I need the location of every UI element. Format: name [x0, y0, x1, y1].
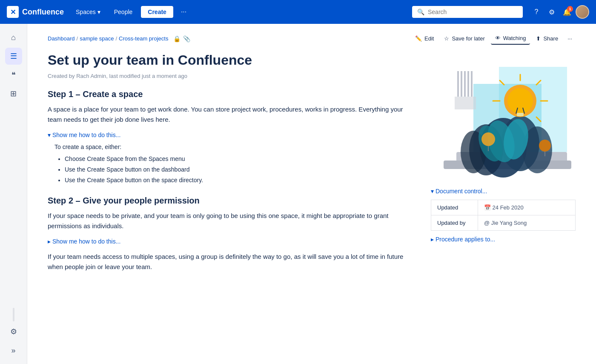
- table-row: Updated 📅 24 Feb 2020: [431, 200, 576, 215]
- notifications-button[interactable]: 🔔 1: [560, 5, 574, 19]
- create-button[interactable]: Create: [141, 6, 173, 18]
- list-item: Choose Create Space from the Spaces menu: [65, 154, 414, 164]
- doc-control-value-updated: 📅 24 Feb 2020: [478, 200, 576, 215]
- expand-step2[interactable]: ▸ Show me how to do this...: [48, 238, 414, 245]
- expand-intro-1: To create a space, either:: [54, 143, 414, 150]
- notification-badge: 1: [567, 6, 573, 12]
- search-input[interactable]: [428, 9, 518, 15]
- bottom-text: If your team needs access to multiple sp…: [48, 252, 414, 272]
- star-icon: ☆: [444, 35, 449, 42]
- breadcrumb-sample-space[interactable]: sample space: [80, 35, 114, 42]
- svg-rect-30: [467, 71, 469, 97]
- breadcrumb-icon-group: 🔒 📎: [173, 35, 190, 42]
- more-nav-button[interactable]: ···: [177, 6, 191, 18]
- svg-rect-32: [455, 97, 476, 109]
- breadcrumb-cross-team[interactable]: Cross-team projects: [119, 35, 168, 42]
- sidebar-expand-button[interactable]: »: [5, 342, 22, 359]
- section-heading-2: Step 2 – Give your people permission: [48, 196, 414, 206]
- section-heading-1: Step 1 – Create a space: [48, 89, 414, 99]
- nav-icon-group: ? ⚙ 🔔 1: [530, 5, 589, 19]
- paperclip-icon: 📎: [183, 35, 190, 42]
- page-title: Set up your team in Confluence: [48, 52, 414, 69]
- left-sidebar: ⌂ ☰ ❝ ⊞ ⚙ »: [0, 24, 27, 364]
- page-content: Dashboard / sample space / Cross-team pr…: [27, 24, 596, 364]
- page-main: Set up your team in Confluence Created b…: [48, 52, 414, 279]
- table-row: Updated by @ Jie Yang Song: [431, 215, 576, 231]
- bullet-list-1: Choose Create Space from the Spaces menu…: [54, 154, 414, 186]
- doc-control-label-updated: Updated: [431, 200, 478, 215]
- chevron-down-icon: ▾: [97, 9, 100, 15]
- edit-icon: ✏️: [415, 35, 422, 42]
- page-meta: Created by Rach Admin, last modified jus…: [48, 73, 414, 79]
- svg-point-23: [481, 132, 495, 146]
- svg-rect-22: [517, 113, 524, 116]
- search-icon: 🔍: [417, 9, 424, 15]
- document-control: ▾ Document control... Updated 📅 24 Feb 2…: [431, 188, 576, 243]
- sidebar-document-button[interactable]: ☰: [5, 48, 22, 65]
- expand-content-step1: To create a space, either: Choose Create…: [48, 143, 414, 186]
- logo-text: Confluence: [22, 8, 64, 17]
- help-icon: ?: [535, 8, 539, 16]
- expand-step1[interactable]: ▾ Show me how to do this...: [48, 132, 414, 138]
- svg-point-13: [507, 88, 533, 114]
- illustration: [431, 58, 576, 178]
- svg-rect-28: [461, 71, 462, 97]
- settings-button[interactable]: ⚙: [545, 5, 559, 19]
- edit-button[interactable]: ✏️ Edit: [411, 33, 438, 44]
- spaces-menu-button[interactable]: Spaces ▾: [71, 6, 106, 18]
- sidebar-home-button[interactable]: ⌂: [5, 29, 22, 46]
- sidebar-settings-button[interactable]: ⚙: [5, 323, 22, 340]
- confluence-logo[interactable]: ✕ Confluence: [7, 6, 64, 18]
- page-sidebar: ▾ Document control... Updated 📅 24 Feb 2…: [431, 52, 576, 279]
- chevron-right-icon: ▸: [48, 238, 51, 245]
- watching-button[interactable]: 👁 Watching: [491, 32, 530, 45]
- sidebar-tree-button[interactable]: ⊞: [5, 85, 22, 102]
- page-actions: ✏️ Edit ☆ Save for later 👁 Watching ⬆ Sh…: [411, 32, 576, 45]
- main-layout: ⌂ ☰ ❝ ⊞ ⚙ » Dashboard / sample space / C…: [0, 24, 596, 364]
- lock-icon: 🔒: [173, 35, 181, 42]
- settings-icon: ⚙: [549, 8, 555, 16]
- chevron-down-icon: ▾: [48, 132, 51, 138]
- breadcrumb-bar: Dashboard / sample space / Cross-team pr…: [27, 24, 596, 45]
- doc-control-label-updatedby: Updated by: [431, 215, 478, 231]
- sidebar-quote-button[interactable]: ❝: [5, 66, 22, 83]
- save-for-later-button[interactable]: ☆ Save for later: [440, 33, 489, 44]
- document-control-table: Updated 📅 24 Feb 2020 Updated by @ Jie Y…: [431, 200, 576, 231]
- list-item: Use the Create Space button on the space…: [65, 175, 414, 186]
- chevron-down-icon: ▾: [431, 188, 434, 195]
- share-button[interactable]: ⬆ Share: [532, 33, 562, 44]
- logo-icon: ✕: [7, 6, 19, 18]
- svg-rect-31: [471, 71, 473, 97]
- page-more-button[interactable]: ···: [564, 33, 576, 44]
- search-bar[interactable]: 🔍: [412, 6, 523, 18]
- help-button[interactable]: ?: [530, 5, 543, 19]
- list-item: Use the Create Space button on the dashb…: [65, 164, 414, 175]
- sidebar-resize-handle[interactable]: [13, 308, 14, 321]
- procedure-applies-link[interactable]: ▸ Procedure applies to...: [431, 236, 576, 243]
- breadcrumb-dashboard[interactable]: Dashboard: [48, 35, 75, 42]
- people-nav-button[interactable]: People: [109, 6, 138, 18]
- section-text-2: If your space needs to be private, and y…: [48, 211, 414, 231]
- doc-control-value-updatedby: @ Jie Yang Song: [478, 215, 576, 231]
- share-icon: ⬆: [536, 35, 541, 42]
- content-area: Dashboard / sample space / Cross-team pr…: [27, 24, 596, 364]
- eye-icon: 👁: [495, 35, 501, 41]
- svg-point-25: [539, 140, 551, 152]
- avatar[interactable]: [576, 5, 589, 19]
- section-text-1: A space is a place for your team to get …: [48, 104, 414, 125]
- svg-rect-27: [457, 71, 459, 97]
- document-control-header[interactable]: ▾ Document control...: [431, 188, 576, 195]
- top-navigation: ✕ Confluence Spaces ▾ People Create ··· …: [0, 0, 596, 24]
- chevron-right-icon: ▸: [431, 236, 434, 243]
- svg-rect-29: [464, 71, 466, 97]
- breadcrumb: Dashboard / sample space / Cross-team pr…: [48, 35, 190, 42]
- page-body: Set up your team in Confluence Created b…: [27, 45, 596, 296]
- avatar-image: [576, 6, 588, 18]
